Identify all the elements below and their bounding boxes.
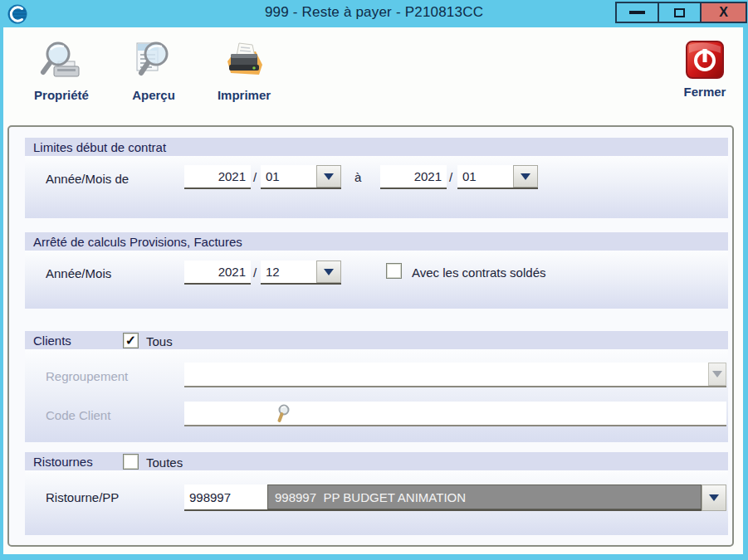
minimize-icon: [629, 11, 645, 14]
to-month-combobox[interactable]: [457, 165, 538, 189]
chevron-down-icon: [712, 371, 722, 377]
code-client-search-icon[interactable]: [276, 404, 291, 424]
arrete-separator: /: [253, 265, 257, 280]
code-client-input[interactable]: [184, 402, 726, 425]
regroupement-dropdown-button[interactable]: [708, 363, 726, 386]
fermer-label: Fermer: [684, 85, 726, 99]
apercu-icon: [130, 40, 177, 85]
ristourne-code-input[interactable]: [184, 485, 267, 509]
arrete-month-dropdown-button[interactable]: [316, 261, 341, 283]
ristourne-selected-option[interactable]: 998997 PP BUDGET ANIMATION: [267, 485, 702, 509]
to-year-field[interactable]: [380, 165, 447, 189]
minimize-button[interactable]: [615, 2, 659, 23]
close-button[interactable]: X: [700, 2, 747, 23]
code-client-field[interactable]: [184, 402, 726, 426]
group-arrete-body: [25, 251, 728, 309]
group-ristournes-title: Ristournes: [33, 455, 93, 469]
close-icon: X: [719, 6, 728, 19]
ristourne-pp-label: Ristourne/PP: [46, 490, 119, 504]
annee-mois-label: Année/Mois: [46, 266, 111, 280]
contrats-soldes-label: Avec les contrats soldés: [412, 265, 545, 280]
clients-tous-checkbox[interactable]: ✓: [123, 333, 139, 348]
group-arrete-header: Arrêté de calculs Provisions, Factures: [25, 232, 728, 251]
apercu-button[interactable]: Aperçu: [116, 40, 191, 102]
maximize-button[interactable]: [658, 2, 702, 23]
chevron-down-icon: [324, 173, 334, 180]
from-month-input[interactable]: [261, 165, 316, 187]
regroupement-field[interactable]: [184, 363, 708, 386]
arrete-month-field[interactable]: [261, 261, 316, 283]
annee-mois-de-label: Année/Mois de: [46, 172, 129, 186]
group-clients-title: Clients: [33, 334, 71, 348]
maximize-icon: [674, 8, 685, 17]
code-client-label: Code Client: [46, 408, 110, 422]
propriete-label: Propriété: [34, 88, 89, 102]
ristourne-pp-combobox[interactable]: 998997 PP BUDGET ANIMATION: [184, 485, 726, 511]
arrete-month-combobox[interactable]: [261, 261, 341, 285]
group-limites-title: Limites début de contrat: [33, 140, 166, 154]
ristournes-toutes-checkbox[interactable]: [123, 454, 139, 470]
propriete-button[interactable]: Propriété: [15, 40, 108, 102]
to-separator: /: [449, 170, 452, 184]
imprimer-button[interactable]: Imprimer: [206, 40, 282, 102]
chevron-down-icon: [324, 269, 334, 275]
titlebar: 999 - Reste à payer - P210813CC X: [0, 0, 748, 27]
from-year-field[interactable]: [184, 165, 251, 189]
propriete-icon: [38, 40, 85, 85]
group-arrete-title: Arrêté de calculs Provisions, Factures: [33, 235, 242, 249]
imprimer-label: Imprimer: [218, 88, 271, 102]
ristourne-code-field[interactable]: [184, 485, 267, 509]
group-limites-body: [25, 156, 728, 218]
contrats-soldes-checkbox[interactable]: [386, 263, 402, 279]
to-year-input[interactable]: [380, 165, 447, 187]
from-year-input[interactable]: [184, 165, 251, 187]
regroupement-input[interactable]: [184, 363, 708, 386]
fermer-icon: [685, 40, 725, 81]
regroupement-label: Regroupement: [46, 369, 128, 383]
group-limites-header: Limites début de contrat: [25, 138, 728, 156]
window-bottom-border: [0, 554, 748, 560]
to-month-field[interactable]: [457, 165, 513, 187]
from-month-field[interactable]: [261, 165, 316, 187]
clients-tous-label: Tous: [146, 334, 173, 348]
ristournes-toutes-label: Toutes: [146, 455, 183, 470]
apercu-label: Aperçu: [132, 88, 175, 102]
arrete-year-field[interactable]: [184, 261, 251, 285]
arrete-year-input[interactable]: [184, 261, 251, 283]
to-month-input[interactable]: [457, 165, 513, 187]
to-word: à: [354, 170, 361, 184]
from-separator: /: [253, 170, 257, 184]
chevron-down-icon: [709, 494, 719, 501]
arrete-month-input[interactable]: [261, 261, 316, 283]
ristourne-dropdown-button[interactable]: [702, 485, 726, 511]
fermer-button[interactable]: Fermer: [671, 40, 739, 99]
chevron-down-icon: [521, 173, 530, 180]
imprimer-icon: [221, 40, 267, 85]
from-month-combobox[interactable]: [261, 165, 341, 189]
to-month-dropdown-button[interactable]: [513, 165, 538, 187]
check-icon: ✓: [125, 334, 136, 348]
regroupement-combobox[interactable]: [184, 363, 726, 387]
from-month-dropdown-button[interactable]: [316, 165, 341, 187]
